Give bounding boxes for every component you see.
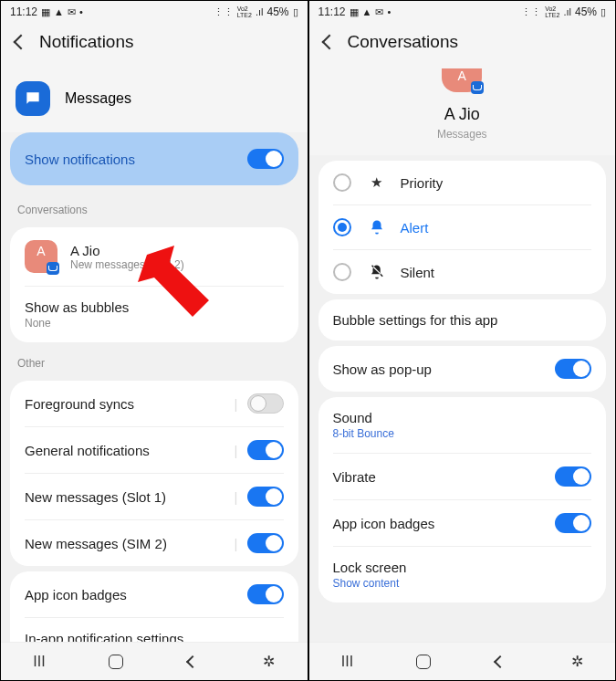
new-messages-sim2-label: New messages (SIM 2): [25, 536, 167, 551]
nav-home[interactable]: [411, 649, 436, 675]
app-icon-badges-label: App icon badges: [25, 587, 127, 602]
conversation-sub: New messages (SIM 2): [70, 258, 184, 271]
conversation-name: A Jio: [70, 243, 184, 258]
show-as-bubbles-label: Show as bubbles: [25, 299, 129, 315]
back-icon[interactable]: [321, 35, 337, 50]
status-bar: 11:12 ▦ ▲ ✉ • ⋮⋮ Vo2LTE2 .ıl 45% ▯: [1, 1, 308, 23]
bubble-settings-label: Bubble settings for this app: [333, 312, 498, 328]
status-chat-icon: ✉: [68, 6, 76, 18]
app-header-row[interactable]: Messages: [1, 68, 308, 132]
status-chat-icon: ✉: [375, 6, 383, 18]
status-time: 11:12: [318, 5, 346, 18]
app-icon-badges-toggle[interactable]: [555, 513, 591, 533]
sound-value: 8-bit Bounce: [333, 427, 394, 440]
page-title: Conversations: [348, 32, 458, 52]
messages-app-icon: [16, 81, 50, 116]
section-conversations: Conversations: [1, 194, 308, 222]
bell-icon: [368, 219, 386, 236]
show-as-bubbles-sub: None: [25, 317, 51, 330]
show-notifications-toggle[interactable]: [247, 149, 284, 169]
contact-name: A Jio: [309, 105, 616, 124]
lock-screen-value: Show content: [333, 577, 400, 590]
new-messages-sim2-toggle[interactable]: [247, 533, 284, 553]
nav-back[interactable]: [487, 649, 513, 675]
new-messages-slot1-toggle[interactable]: [247, 487, 284, 507]
phone-left: 11:12 ▦ ▲ ✉ • ⋮⋮ Vo2LTE2 .ıl 45% ▯ Notif…: [0, 0, 308, 681]
general-notifications-label: General notifications: [25, 443, 150, 458]
nav-recents[interactable]: III: [26, 649, 52, 675]
network-label: Vo2LTE2: [237, 5, 252, 18]
new-messages-slot1-label: New messages (Slot 1): [25, 489, 166, 505]
battery-icon: ▯: [600, 6, 606, 18]
contact-header: A A Jio Messages: [309, 68, 616, 155]
lock-screen-row[interactable]: Lock screen Show content: [318, 547, 607, 602]
show-notifications-label: Show notifications: [25, 152, 135, 167]
sound-row[interactable]: Sound 8-bit Bounce: [318, 397, 607, 453]
svg-point-2: [35, 97, 37, 99]
radio-silent[interactable]: [333, 263, 351, 281]
contact-avatar: A: [442, 68, 482, 92]
foreground-syncs-toggle[interactable]: [247, 393, 284, 414]
nav-back[interactable]: [180, 649, 205, 675]
general-notifications-row[interactable]: General notifications |: [10, 427, 298, 473]
battery-icon: ▯: [293, 6, 298, 18]
in-app-settings-row[interactable]: In-app notification settings: [10, 618, 298, 642]
app-icon-badges-toggle[interactable]: [247, 584, 284, 604]
show-as-bubbles-row[interactable]: Show as bubbles None: [10, 287, 298, 342]
svg-point-0: [30, 97, 32, 99]
back-icon[interactable]: [14, 35, 29, 50]
show-popup-row[interactable]: Show as pop-up: [318, 346, 607, 392]
option-priority[interactable]: ★ Priority: [318, 161, 607, 204]
in-app-settings-label: In-app notification settings: [25, 631, 183, 642]
star-icon: ★: [368, 174, 386, 191]
battery-pct: 45%: [575, 5, 597, 18]
show-notifications-row[interactable]: Show notifications: [10, 132, 298, 185]
new-messages-sim2-row[interactable]: New messages (SIM 2) |: [10, 520, 298, 566]
app-name: Messages: [65, 90, 131, 107]
radio-alert[interactable]: [333, 218, 351, 236]
show-popup-label: Show as pop-up: [333, 361, 432, 377]
status-app-icon: ▲: [54, 6, 64, 17]
option-priority-label: Priority: [401, 175, 444, 191]
nav-recents[interactable]: III: [334, 649, 360, 675]
status-app-icon: ▦: [350, 6, 359, 18]
show-popup-toggle[interactable]: [555, 359, 591, 379]
app-icon-badges-label: App icon badges: [333, 516, 435, 531]
navigation-bar: III ✲: [1, 642, 308, 680]
battery-pct: 45%: [266, 5, 288, 18]
conversation-row[interactable]: A A Jio New messages (SIM 2): [10, 227, 298, 286]
section-other: Other: [1, 348, 308, 375]
contact-app: Messages: [309, 128, 616, 141]
option-alert[interactable]: Alert: [318, 205, 607, 249]
status-bar: 11:12 ▦ ▲ ✉ • ⋮⋮ Vo2LTE2 .ıl 45% ▯: [309, 1, 616, 23]
phone-right: 11:12 ▦ ▲ ✉ • ⋮⋮ Vo2LTE2 .ıl 45% ▯ Conve…: [308, 0, 617, 681]
foreground-syncs-row[interactable]: Foreground syncs |: [10, 381, 298, 426]
vibrate-toggle[interactable]: [555, 466, 591, 487]
header: Conversations: [309, 23, 616, 68]
nav-accessibility[interactable]: ✲: [256, 649, 282, 675]
sound-label: Sound: [333, 410, 372, 425]
bubble-settings-row[interactable]: Bubble settings for this app: [318, 299, 607, 340]
status-more-icon: •: [79, 6, 83, 17]
lock-screen-label: Lock screen: [333, 560, 407, 575]
signal-icon: .ıl: [256, 6, 264, 17]
vibrate-label: Vibrate: [333, 469, 376, 485]
app-icon-badges-row[interactable]: App icon badges: [10, 571, 298, 617]
nav-accessibility[interactable]: ✲: [564, 649, 590, 675]
status-more-icon: •: [387, 6, 391, 17]
app-icon-badges-row[interactable]: App icon badges: [318, 500, 607, 546]
option-silent[interactable]: Silent: [318, 250, 607, 294]
svg-point-1: [32, 97, 34, 99]
nav-home[interactable]: [103, 649, 129, 675]
new-messages-slot1-row[interactable]: New messages (Slot 1) |: [10, 474, 298, 519]
contact-avatar: A: [25, 240, 57, 273]
general-notifications-toggle[interactable]: [247, 440, 284, 460]
radio-priority[interactable]: [333, 173, 351, 192]
signal-icon: .ıl: [563, 6, 571, 17]
status-app-icon: ▲: [362, 6, 372, 17]
header: Notifications: [1, 23, 308, 68]
navigation-bar: III ✲: [309, 642, 616, 680]
page-title: Notifications: [39, 32, 134, 52]
vibrate-row[interactable]: Vibrate: [318, 454, 607, 499]
status-time: 11:12: [10, 5, 37, 18]
